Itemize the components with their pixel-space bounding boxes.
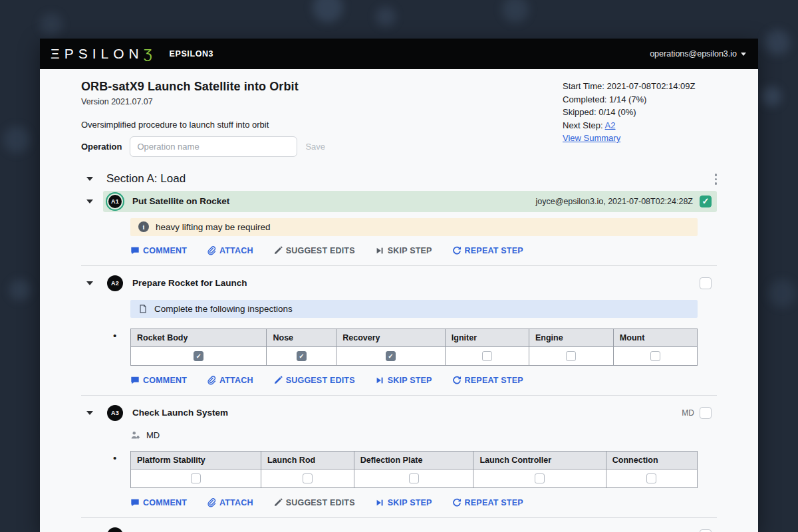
procedure-header: ORB-satX9 Launch Satellite into Orbit Ve… <box>40 69 758 157</box>
collapse-caret-icon[interactable] <box>86 411 93 415</box>
table-checkbox[interactable] <box>303 473 313 483</box>
page-title: ORB-satX9 Launch Satellite into Orbit <box>81 80 325 94</box>
table-header-cell: Rocket Body <box>131 329 267 346</box>
step-a2: A2 Prepare Rocket for Launch Complete th… <box>40 273 758 385</box>
step-badge: A2 <box>107 275 123 291</box>
bokeh-blob <box>9 279 31 301</box>
account-menu[interactable]: operations@epsilon3.io <box>650 49 746 59</box>
attach-button[interactable]: ATTACH <box>207 376 253 385</box>
paperclip-icon <box>207 246 216 255</box>
step-divider <box>81 517 717 518</box>
table-checkbox[interactable] <box>409 473 419 483</box>
operation-row: Operation Save <box>81 136 325 157</box>
procedure-version: Version 2021.07.07 <box>81 97 325 106</box>
step-a4: A4 Add Propellants <box>40 525 758 532</box>
skip-step-button[interactable]: SKIP STEP <box>375 498 432 507</box>
assignee-name: MD <box>146 430 160 440</box>
table-checkbox[interactable] <box>646 473 656 483</box>
completed-count: Completed: 1/14 (7%) <box>563 93 717 106</box>
collapse-caret-icon[interactable] <box>86 281 93 285</box>
table-checkbox[interactable] <box>650 351 660 361</box>
step-badge: A1 <box>107 194 123 209</box>
skip-step-button[interactable]: SKIP STEP <box>375 246 432 255</box>
pencil-icon <box>273 376 283 385</box>
procedure-description: Oversimplified procedure to launch stuff… <box>81 120 325 130</box>
collapse-caret-icon[interactable] <box>86 200 93 203</box>
step-a3-header: A3 Check Launch System MD <box>86 402 717 424</box>
suggest-edits-button[interactable]: SUGGEST EDITS <box>273 376 355 385</box>
suggest-edits-button[interactable]: SUGGEST EDITS <box>273 246 355 255</box>
table-checkbox[interactable] <box>566 351 576 361</box>
role-tag: MD <box>682 408 694 418</box>
table-checkbox[interactable] <box>386 351 396 361</box>
comment-button[interactable]: COMMENT <box>130 498 187 507</box>
step-a1-header: A1 Put Satellite on Rocket joyce@epsilon… <box>86 191 717 212</box>
repeat-icon <box>452 498 462 507</box>
comment-icon <box>130 498 140 507</box>
next-step-label: Next Step: <box>563 120 605 130</box>
comment-button[interactable]: COMMENT <box>130 246 187 255</box>
step-a2-actions: COMMENT ATTACH SUGGEST EDITS SKIP STEP R… <box>130 376 698 385</box>
step-badge: A3 <box>107 405 123 421</box>
attach-button[interactable]: ATTACH <box>207 246 253 255</box>
operation-name-input[interactable] <box>130 136 297 157</box>
kebab-menu-icon[interactable] <box>711 172 722 187</box>
view-summary-link[interactable]: View Summary <box>563 133 620 143</box>
step-a3: A3 Check Launch System MD MD <box>40 402 758 507</box>
table-checkbox[interactable] <box>194 351 203 361</box>
table-checkbox[interactable] <box>535 473 545 483</box>
text-note: Complete the following inspections <box>130 300 698 318</box>
repeat-step-button[interactable]: REPEAT STEP <box>452 376 523 385</box>
table-checkbox[interactable] <box>191 473 201 483</box>
pencil-icon <box>273 498 283 507</box>
operation-label: Operation <box>81 142 122 152</box>
logo-wordmark: ΞPSILON <box>51 46 144 62</box>
skip-icon <box>375 498 384 507</box>
repeat-step-button[interactable]: REPEAT STEP <box>452 498 523 507</box>
table-header-cell: Nose <box>267 329 336 346</box>
inspection-table-a3: Platform Stability Launch Rod Deflection… <box>130 451 698 488</box>
step-title: Put Satellite on Rocket <box>132 196 229 206</box>
procedure-info: ORB-satX9 Launch Satellite into Orbit Ve… <box>81 80 325 157</box>
signoff-text: joyce@epsilon3.io, 2021-07-08T02:24:28Z <box>536 197 693 206</box>
suggest-edits-button[interactable]: SUGGEST EDITS <box>273 498 355 507</box>
bokeh-blob <box>376 7 396 27</box>
bokeh-blob <box>40 13 63 36</box>
info-icon: i <box>138 221 149 232</box>
step-complete-checkbox[interactable] <box>700 529 712 532</box>
logo-numeral: Ʒ <box>144 46 152 62</box>
paperclip-icon <box>207 498 216 507</box>
attach-button[interactable]: ATTACH <box>207 498 253 507</box>
bokeh-blob <box>768 279 796 307</box>
table-header-cell: Mount <box>613 329 697 346</box>
step-complete-checkbox[interactable] <box>700 407 712 419</box>
table-header-cell: Deflection Plate <box>354 451 473 469</box>
step-complete-checkbox[interactable] <box>700 277 712 289</box>
text-note-content: Complete the following inspections <box>154 304 293 314</box>
bokeh-blob <box>761 86 781 106</box>
app-window: ΞPSILONƷ EPSILON3 operations@epsilon3.io… <box>40 39 758 532</box>
skipped-count: Skipped: 0/14 (0%) <box>563 106 717 119</box>
comment-button[interactable]: COMMENT <box>130 376 187 385</box>
repeat-step-button[interactable]: REPEAT STEP <box>452 246 523 255</box>
section-title: Section A: Load <box>106 172 186 186</box>
epsilon3-logo: ΞPSILONƷ <box>51 46 152 62</box>
account-email: operations@epsilon3.io <box>650 49 737 59</box>
save-button[interactable]: Save <box>305 142 325 152</box>
step-a1: A1 Put Satellite on Rocket joyce@epsilon… <box>40 191 758 255</box>
table-checkbox[interactable] <box>297 351 307 361</box>
next-step-link[interactable]: A2 <box>605 120 616 130</box>
table-checkbox[interactable] <box>482 351 492 361</box>
start-time: Start Time: 2021-07-08T02:14:09Z <box>563 80 717 93</box>
skip-step-button[interactable]: SKIP STEP <box>375 376 432 385</box>
step-a3-actions: COMMENT ATTACH SUGGEST EDITS SKIP STEP R… <box>130 498 698 507</box>
collapse-caret-icon[interactable] <box>86 177 93 181</box>
table-header-cell: Platform Stability <box>131 451 261 469</box>
section-header: Section A: Load <box>86 172 721 187</box>
skip-icon <box>375 246 384 255</box>
table-header-cell: Launch Rod <box>261 451 354 469</box>
step-complete-checkbox[interactable] <box>700 196 712 207</box>
paperclip-icon <box>207 376 216 385</box>
person-gear-icon <box>130 430 141 440</box>
step-divider <box>81 395 717 396</box>
